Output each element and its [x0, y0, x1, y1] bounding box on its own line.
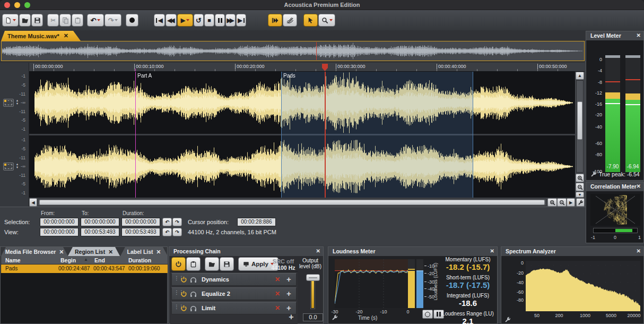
chain-item-dynamics[interactable]: ⋮⋮Dynamics✕+ — [171, 273, 297, 286]
level-meter-settings-icon[interactable] — [590, 171, 597, 177]
new-file-button[interactable] — [2, 14, 19, 27]
close-panel-icon[interactable]: ✕ — [316, 248, 320, 254]
save-button[interactable] — [31, 14, 43, 27]
close-tab-icon[interactable]: ✕ — [108, 249, 113, 255]
remove-plugin-icon[interactable]: ✕ — [275, 302, 280, 314]
plugin-power-icon[interactable] — [180, 291, 187, 297]
document-tab[interactable]: Theme Music.wav* ✕ — [1, 31, 81, 41]
close-panel-icon[interactable]: ✕ — [637, 248, 641, 254]
fast-forward-button[interactable]: ▶▶ — [225, 14, 236, 27]
cursor-position-field[interactable]: 00:00:28:886 — [237, 218, 276, 226]
scroll-right-button[interactable]: ▶ — [567, 198, 575, 207]
play-button[interactable]: ▶ — [177, 14, 193, 27]
selection-from-field[interactable]: 00:00:00:000 — [40, 218, 79, 226]
editor-settings-button[interactable] — [576, 198, 585, 207]
horizontal-zoom-in-button[interactable] — [547, 198, 557, 207]
waveform-editor[interactable]: Part A Pads — [29, 72, 575, 198]
chain-load-button[interactable] — [205, 257, 219, 271]
timeline-ruler[interactable]: 00:00:00:00000:00:10:00000:00:20:00000:0… — [29, 63, 585, 72]
pause-button[interactable] — [215, 14, 225, 27]
channel1-zoom-spinner[interactable]: ▲▼ — [14, 98, 20, 106]
horizontal-zoom-out-button[interactable] — [557, 198, 567, 207]
chain-item-limit[interactable]: ⋮⋮Limit✕+ — [171, 302, 297, 314]
loop-playback-button[interactable]: ↺ — [194, 14, 204, 27]
zoom-tool-button[interactable] — [318, 14, 335, 27]
view-to-field[interactable]: 00:00:53:493 — [81, 228, 119, 236]
acoustica-window: Acoustica Premium Edition ✂ ↶ ↷ ◀ ◀◀ ▶ ↺… — [0, 0, 644, 324]
selection-redo-button[interactable]: ↷ — [172, 218, 182, 226]
selection-region[interactable] — [281, 72, 473, 198]
column-header-name[interactable]: Name — [5, 257, 21, 263]
selection-to-field[interactable]: 00:00:00:000 — [81, 218, 119, 226]
vertical-scroll-thumb[interactable] — [577, 101, 582, 140]
cut-button[interactable]: ✂ — [47, 14, 59, 27]
plugin-power-icon[interactable] — [180, 276, 187, 283]
record-button[interactable] — [126, 14, 138, 27]
close-panel-icon[interactable]: ✕ — [637, 183, 641, 189]
column-header-duration[interactable]: Duration — [128, 257, 151, 263]
channel1-select-button[interactable] — [3, 99, 14, 107]
overview-waveform-canvas[interactable] — [2, 42, 584, 60]
remove-plugin-icon[interactable]: ✕ — [275, 288, 280, 300]
go-to-end-button[interactable]: ▶ — [236, 14, 246, 27]
close-panel-icon[interactable]: ✕ — [490, 248, 494, 254]
column-header-begin[interactable]: Begin — [60, 257, 76, 263]
chain-save-button[interactable] — [220, 257, 234, 271]
close-tab-icon[interactable]: ✕ — [59, 249, 64, 255]
close-panel-icon[interactable]: ✕ — [637, 32, 641, 38]
rewind-button[interactable]: ◀◀ — [166, 14, 177, 27]
plugin-solo-headphones-icon[interactable] — [190, 291, 197, 297]
vertical-scroll-track[interactable] — [576, 80, 584, 173]
view-duration-field[interactable]: 00:00:53:493 — [121, 228, 160, 236]
tab-label-list[interactable]: Label List✕ — [120, 247, 168, 256]
column-header-end[interactable]: End — [94, 257, 105, 263]
loudness-settings-icon[interactable] — [332, 314, 338, 321]
selection-duration-field[interactable]: 00:00:00:000 — [121, 218, 160, 226]
view-redo-button[interactable]: ↷ — [172, 228, 182, 236]
tab-media-file-browser[interactable]: Media File Browser✕ — [1, 247, 68, 256]
paste-button[interactable] — [72, 14, 83, 27]
plugin-power-icon[interactable] — [180, 305, 187, 312]
chain-enable-button[interactable] — [171, 257, 186, 271]
channel2-select-button[interactable] — [3, 163, 14, 170]
vertical-zoom-in-button[interactable] — [576, 174, 584, 182]
close-tab-icon[interactable]: ✕ — [156, 249, 161, 255]
marker-line-part-a[interactable] — [135, 72, 136, 198]
plugin-solo-headphones-icon[interactable] — [190, 305, 197, 312]
view-undo-button[interactable]: ↶ — [162, 228, 172, 236]
add-plugin-button[interactable]: + — [286, 312, 297, 322]
insert-plugin-icon[interactable]: + — [286, 274, 291, 285]
spectrogram-view-button[interactable] — [283, 14, 297, 27]
vertical-zoom-out-button[interactable] — [576, 183, 584, 191]
chain-copy-button[interactable] — [186, 257, 201, 271]
stop-button[interactable]: ■ — [204, 14, 214, 27]
region-row[interactable]: Pads00:00:24:48700:00:43:54700:00:19:060 — [1, 265, 168, 273]
level-scale-label: -20 — [586, 112, 602, 117]
output-level-value[interactable]: 0.0 — [303, 313, 323, 321]
scroll-down-button[interactable]: ▼ — [576, 192, 584, 198]
output-slider-handle[interactable] — [306, 274, 320, 281]
plugin-solo-headphones-icon[interactable] — [190, 276, 197, 283]
undo-button[interactable]: ↶ — [87, 14, 104, 27]
scroll-left-button[interactable]: ◀ — [29, 198, 37, 207]
insert-plugin-icon[interactable]: + — [286, 288, 291, 300]
close-tab-icon[interactable]: ✕ — [64, 32, 68, 39]
open-file-button[interactable] — [19, 14, 31, 27]
redo-button[interactable]: ↷ — [105, 14, 121, 27]
tab-region-list[interactable]: Region List✕ — [68, 247, 120, 256]
selection-undo-button[interactable]: ↶ — [162, 218, 172, 226]
go-to-start-button[interactable]: ◀ — [154, 14, 165, 27]
horizontal-scroll-track[interactable] — [38, 199, 546, 206]
horizontal-scroll-thumb[interactable] — [39, 200, 545, 205]
chain-item-equalize-2[interactable]: ⋮⋮Equalize 2✕+ — [171, 287, 297, 300]
selection-tool-button[interactable] — [303, 14, 318, 27]
channel2-zoom-spinner[interactable]: ▲▼ — [14, 162, 20, 169]
loudness-reset-button[interactable] — [422, 310, 433, 319]
waveform-view-button[interactable] — [268, 14, 282, 27]
remove-plugin-icon[interactable]: ✕ — [275, 274, 280, 285]
scroll-up-button[interactable]: ▲ — [576, 72, 584, 80]
view-from-field[interactable]: 00:00:00:000 — [40, 228, 79, 236]
spectrum-settings-icon[interactable] — [504, 317, 511, 323]
overview-waveform[interactable] — [1, 41, 585, 61]
copy-button[interactable] — [59, 14, 71, 27]
